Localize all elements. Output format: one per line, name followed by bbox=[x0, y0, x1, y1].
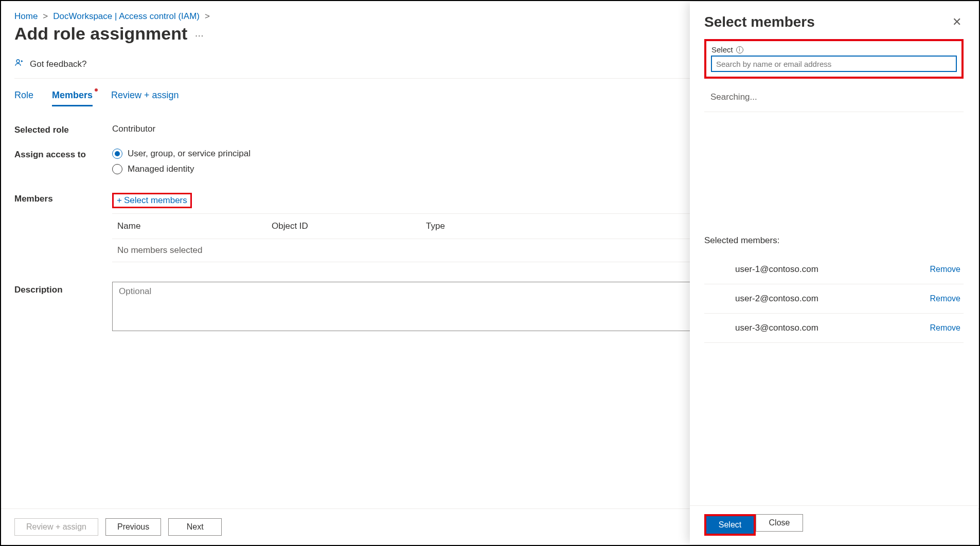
selected-members-label: Selected members: bbox=[704, 235, 964, 246]
feedback-link[interactable]: Got feedback? bbox=[30, 59, 87, 69]
svg-point-0 bbox=[16, 60, 20, 63]
chevron-right-icon: > bbox=[205, 11, 210, 22]
selected-member-row: user-2@contoso.com Remove bbox=[704, 284, 964, 314]
label-description: Description bbox=[14, 282, 112, 295]
next-button[interactable]: Next bbox=[168, 518, 222, 536]
select-members-link-label: Select members bbox=[124, 195, 187, 206]
breadcrumb-workspace[interactable]: DocWorkspace | Access control (IAM) bbox=[53, 11, 200, 22]
tab-role[interactable]: Role bbox=[14, 90, 33, 106]
radio-managed-identity-label: Managed identity bbox=[128, 164, 194, 174]
required-dot-icon bbox=[95, 88, 98, 92]
selected-member-row: user-3@contoso.com Remove bbox=[704, 314, 964, 343]
col-name: Name bbox=[117, 221, 272, 231]
breadcrumb-home[interactable]: Home bbox=[14, 11, 38, 22]
label-members: Members bbox=[14, 193, 112, 204]
page-title: Add role assignment bbox=[14, 24, 187, 44]
previous-button[interactable]: Previous bbox=[105, 518, 161, 536]
remove-member-link[interactable]: Remove bbox=[930, 294, 960, 303]
label-select: Select bbox=[711, 45, 733, 54]
search-input[interactable] bbox=[711, 56, 956, 71]
remove-member-link[interactable]: Remove bbox=[930, 265, 960, 274]
more-actions-icon[interactable]: … bbox=[194, 28, 205, 39]
highlight-select-button: Select bbox=[704, 514, 756, 536]
value-selected-role: Contributor bbox=[112, 124, 155, 134]
highlight-select-members: + Select members bbox=[112, 193, 192, 208]
close-icon[interactable]: ✕ bbox=[950, 13, 964, 31]
panel-title: Select members bbox=[704, 14, 815, 30]
select-members-panel: Select members ✕ Select i Searching... S… bbox=[690, 2, 978, 544]
member-email: user-2@contoso.com bbox=[735, 294, 818, 304]
info-icon[interactable]: i bbox=[736, 46, 743, 53]
tab-review-assign[interactable]: Review + assign bbox=[111, 90, 179, 106]
label-assign-access-to: Assign access to bbox=[14, 149, 112, 160]
member-email: user-3@contoso.com bbox=[735, 323, 818, 333]
radio-icon bbox=[112, 149, 122, 159]
select-button[interactable]: Select bbox=[706, 516, 754, 534]
col-object-id: Object ID bbox=[272, 221, 426, 231]
close-button[interactable]: Close bbox=[756, 514, 803, 532]
select-members-link[interactable]: + Select members bbox=[117, 195, 187, 206]
tab-members[interactable]: Members bbox=[52, 90, 93, 106]
chevron-right-icon: > bbox=[43, 11, 48, 22]
radio-icon bbox=[112, 164, 122, 174]
radio-user-group-sp-label: User, group, or service principal bbox=[128, 149, 251, 159]
remove-member-link[interactable]: Remove bbox=[930, 323, 960, 333]
radio-managed-identity[interactable]: Managed identity bbox=[112, 164, 251, 174]
tab-members-label: Members bbox=[52, 90, 93, 100]
member-email: user-1@contoso.com bbox=[735, 264, 818, 275]
highlight-search: Select i bbox=[704, 39, 964, 79]
plus-icon: + bbox=[117, 195, 122, 206]
radio-user-group-sp[interactable]: User, group, or service principal bbox=[112, 149, 251, 159]
selected-member-row: user-1@contoso.com Remove bbox=[704, 255, 964, 284]
label-selected-role: Selected role bbox=[14, 124, 112, 135]
review-assign-button[interactable]: Review + assign bbox=[14, 518, 98, 536]
searching-text: Searching... bbox=[704, 87, 964, 112]
feedback-icon bbox=[14, 58, 25, 70]
